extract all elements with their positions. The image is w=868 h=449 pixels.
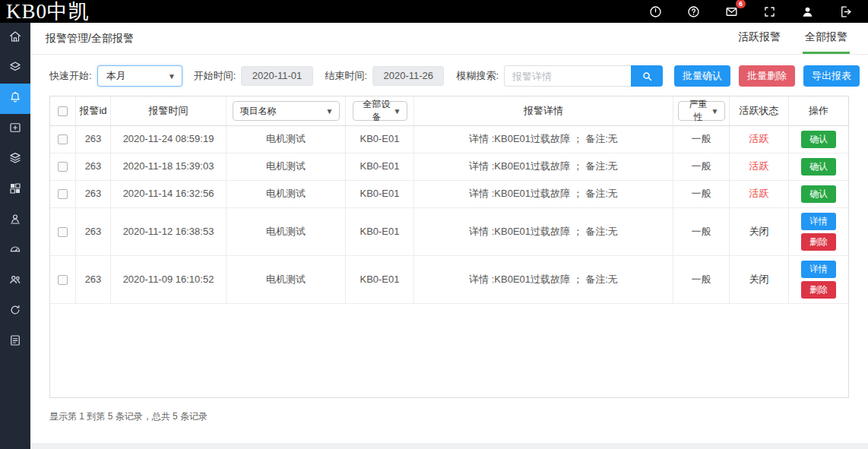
cell-alarm-id: 263: [76, 181, 111, 207]
cell-alarm-time: 2020-11-09 16:10:52: [111, 256, 227, 303]
fullscreen-icon[interactable]: [762, 5, 777, 19]
confirm-button[interactable]: 确认: [801, 131, 836, 148]
header-alarm-detail: 报警详情: [414, 96, 673, 125]
help-icon[interactable]: [686, 5, 701, 19]
row-checkbox[interactable]: [58, 162, 68, 172]
record-summary: 显示第 1 到第 5 条记录，总共 5 条记录: [49, 410, 868, 423]
sidebar-item-layers[interactable]: [0, 53, 30, 84]
row-checkbox-cell: [50, 181, 76, 207]
header-alarm-time: 报警时间: [111, 96, 227, 125]
cell-device: KB0-E01: [346, 181, 414, 207]
quick-start-value: 本月: [106, 69, 126, 83]
row-checkbox[interactable]: [58, 275, 68, 285]
end-date-input[interactable]: 2020-11-26: [372, 66, 444, 86]
row-checkbox[interactable]: [58, 189, 68, 199]
row-checkbox[interactable]: [58, 227, 68, 237]
confirm-button[interactable]: 确认: [801, 158, 836, 175]
alarm-table: 报警id 报警时间 项目名称 ▼ 全部设备 ▼ 报警详情 严重性 ▼: [49, 96, 849, 398]
gauge-icon: [8, 242, 22, 259]
tab-active-alarms[interactable]: 活跃报警: [736, 23, 783, 54]
sidebar-item-document-list[interactable]: [0, 327, 30, 357]
sidebar-item-grid[interactable]: [0, 175, 30, 205]
sidebar-item-window-plus[interactable]: [0, 114, 30, 144]
tab-all-alarms[interactable]: 全部报警: [803, 23, 850, 54]
quick-start-select[interactable]: 本月 ▼: [97, 65, 182, 87]
sidebar-item-users[interactable]: [0, 266, 30, 296]
search-button[interactable]: [631, 65, 663, 87]
project-name-select[interactable]: 项目名称 ▼: [233, 101, 340, 121]
chevron-down-icon: ▼: [168, 72, 176, 81]
power-icon[interactable]: [648, 5, 663, 19]
topbar-icons: 6: [648, 5, 868, 19]
row-checkbox[interactable]: [58, 134, 68, 144]
detail-button[interactable]: 详情: [801, 261, 836, 278]
cell-status: 关闭: [730, 208, 789, 255]
breadcrumb: 报警管理/全部报警: [46, 32, 134, 46]
sidebar-item-home[interactable]: [0, 23, 30, 53]
cell-alarm-detail: 详情 :KB0E01过载故障 ； 备注:无: [414, 126, 673, 153]
detail-button[interactable]: 详情: [801, 213, 836, 230]
start-date-input[interactable]: 2020-11-01: [241, 66, 312, 86]
cell-status: 活跃: [730, 126, 789, 153]
delete-button[interactable]: 删除: [801, 233, 836, 251]
cell-alarm-time: 2020-11-14 16:32:56: [111, 181, 227, 207]
batch-confirm-button[interactable]: 批量确认: [674, 65, 730, 87]
cell-status: 活跃: [730, 153, 789, 180]
start-time-label: 开始时间:: [194, 69, 236, 83]
cell-severity: 一般: [673, 208, 730, 255]
confirm-button[interactable]: 确认: [801, 185, 836, 203]
cell-project-name: 电机测试: [227, 256, 346, 303]
row-checkbox-cell: [50, 208, 76, 255]
page-header: 报警管理/全部报警 活跃报警全部报警: [30, 23, 868, 55]
table-row: 2632020-11-09 16:10:52电机测试KB0-E01详情 :KB0…: [50, 256, 848, 304]
quick-start-label: 快速开始:: [49, 69, 92, 83]
device-select[interactable]: 全部设备 ▼: [353, 101, 407, 121]
cell-alarm-detail: 详情 :KB0E01过载故障 ； 备注:无: [414, 256, 673, 303]
header-project-cell: 项目名称 ▼: [227, 96, 346, 125]
user-icon[interactable]: [800, 5, 815, 19]
cell-actions: 详情删除: [789, 208, 848, 255]
cell-alarm-detail: 详情 :KB0E01过载故障 ； 备注:无: [414, 153, 673, 180]
sidebar-item-gauge[interactable]: [0, 236, 30, 266]
select-all-checkbox[interactable]: [58, 106, 68, 116]
header-active-status: 活跃状态: [730, 96, 789, 125]
stack-icon: [8, 151, 22, 168]
sidebar-item-stack[interactable]: [0, 144, 30, 175]
delete-button[interactable]: 删除: [801, 281, 836, 299]
sidebar-item-refresh-circle[interactable]: [0, 296, 30, 327]
filter-bar: 快速开始: 本月 ▼ 开始时间: 2020-11-01 结束时间: 2020-1…: [49, 65, 868, 87]
row-checkbox-cell: [50, 153, 76, 180]
mail-badge: 6: [736, 0, 746, 8]
home-icon: [8, 30, 22, 46]
cell-device: KB0-E01: [346, 126, 414, 153]
window-plus-icon: [8, 121, 22, 138]
sidebar-item-bell[interactable]: [0, 84, 30, 114]
search-input[interactable]: [504, 65, 631, 87]
cell-alarm-id: 263: [76, 153, 111, 180]
cell-device: KB0-E01: [346, 208, 414, 255]
layers-icon: [8, 60, 22, 77]
app-logo: KB0中凯: [0, 0, 90, 23]
batch-delete-button[interactable]: 批量删除: [739, 65, 795, 87]
chevron-down-icon: ▼: [394, 107, 401, 115]
cell-alarm-detail: 详情 :KB0E01过载故障 ； 备注:无: [414, 208, 673, 255]
logout-icon[interactable]: [838, 5, 853, 19]
cell-project-name: 电机测试: [227, 153, 346, 180]
sidebar-item-user-pin[interactable]: [0, 205, 30, 236]
cell-severity: 一般: [673, 153, 730, 180]
cell-status: 关闭: [730, 256, 789, 303]
table-row: 2632020-11-24 08:59:19电机测试KB0-E01详情 :KB0…: [50, 126, 848, 153]
header-actions: 操作: [789, 96, 848, 125]
search-group: [504, 65, 663, 87]
cell-alarm-id: 263: [76, 208, 111, 255]
table-header: 报警id 报警时间 项目名称 ▼ 全部设备 ▼ 报警详情 严重性 ▼: [50, 96, 848, 126]
export-report-button[interactable]: 导出报表: [803, 65, 860, 87]
cell-actions: 详情删除: [789, 256, 848, 303]
row-checkbox-cell: [50, 256, 76, 303]
mail-icon[interactable]: 6: [724, 5, 739, 19]
severity-select[interactable]: 严重性 ▼: [678, 101, 725, 121]
user-pin-icon: [8, 212, 22, 229]
refresh-circle-icon: [8, 303, 22, 320]
chevron-down-icon: ▼: [711, 107, 719, 115]
cell-alarm-detail: 详情 :KB0E01过载故障 ； 备注:无: [414, 181, 673, 207]
